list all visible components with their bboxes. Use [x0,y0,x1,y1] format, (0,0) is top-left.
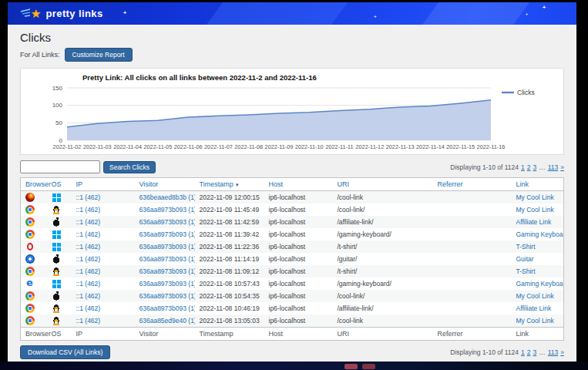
footer-column-header-timestamp[interactable]: Timestamp [195,328,264,341]
page-link-1[interactable]: 1 [521,348,525,356]
pagination-ellipsis: … [539,163,546,171]
column-header-referrer[interactable]: Referrer [433,178,512,191]
ip-link[interactable]: ::1 (462) [76,255,101,263]
svg-text:2022-11-12: 2022-11-12 [355,143,384,150]
click-row: ::1 (462)636aa8973b093 (1)2022-11-08 11:… [21,253,564,265]
chart-title: Pretty Link: All clicks on all links bet… [82,73,557,82]
visitor-link[interactable]: 636aa8973b093 (1) [139,292,195,300]
click-row: ::1 (462)636aa8973b093 (1)2022-11-08 11:… [21,228,564,240]
taskbar-strip [0,362,588,370]
column-header-timestamp[interactable]: Timestamp▼ [195,178,264,191]
pretty-link-name[interactable]: Guitar [516,255,534,263]
pretty-link-name[interactable]: Affiliate Link [516,304,552,312]
page-link-2[interactable]: 2 [527,348,531,356]
pretty-link-name[interactable]: Gaming Keyboard [516,280,564,288]
pretty-link-name[interactable]: My Cool Link [516,206,554,214]
timestamp: 2022-11-08 11:22:36 [200,243,260,251]
visitor-link[interactable]: 636aa8973b093 (1) [139,230,195,238]
ip-link[interactable]: ::1 (462) [76,304,101,312]
chrome-browser-icon [25,316,35,325]
footer-column-header-browser[interactable]: Browser [21,328,47,341]
visitor-link[interactable]: 636aa8973b093 (1) [139,206,195,214]
pretty-link-name[interactable]: My Cool Link [516,193,554,201]
footer-column-header-ip[interactable]: IP [72,328,135,341]
click-row: ::1 (462)636aa8973b093 (1)2022-11-08 11:… [21,265,564,278]
taskbar-item [362,364,375,369]
linux-os-icon [52,267,61,276]
page-link-3[interactable]: 3 [533,163,536,171]
ip-link[interactable]: ::1 (462) [76,230,101,238]
pretty-link-name[interactable]: T-Shirt [516,243,536,251]
footer-column-header-referrer[interactable]: Referrer [433,328,512,341]
search-clicks-button[interactable]: Search Clicks [103,161,156,173]
column-header-ip[interactable]: IP [72,178,135,191]
opera-browser-icon [27,243,33,251]
desktop-background: ★ pretty links + + + + Clicks For All Li… [0,0,588,370]
footer-column-header-link[interactable]: Link [512,328,564,341]
pretty-link-name[interactable]: My Cool Link [516,292,554,300]
visitor-link[interactable]: 636aa8973b093 (1) [139,280,195,288]
next-page-link[interactable]: » [560,348,564,356]
ip-link[interactable]: ::1 (462) [76,243,101,251]
ip-link[interactable]: ::1 (462) [76,317,101,325]
column-header-link[interactable]: Link [512,178,564,191]
footer-column-header-uri[interactable]: URI [333,328,433,341]
timestamp: 2022-11-08 11:14:19 [200,255,260,263]
ip-link[interactable]: ::1 (462) [76,292,101,300]
page-link-1[interactable]: 1 [521,163,525,171]
visitor-link[interactable]: 636aa85ed9e40 (1) [139,317,195,325]
next-page-link[interactable]: » [560,163,564,171]
pretty-link-name[interactable]: Gaming Keyboard [516,230,564,238]
visitor-link[interactable]: 636aa8973b093 (1) [139,304,195,312]
host: ip6-localhost [269,304,306,312]
host: ip6-localhost [269,193,306,201]
displaying-count: Displaying 1-10 of 1124 [450,163,519,171]
column-header-uri[interactable]: URI [333,178,433,191]
host: ip6-localhost [269,230,306,238]
host: ip6-localhost [269,206,306,214]
svg-text:2022-11-16: 2022-11-16 [477,143,506,150]
search-input[interactable] [20,160,100,173]
windows-os-icon [52,280,61,288]
host: ip6-localhost [269,267,306,275]
pretty-link-name[interactable]: T-Shirt [516,267,536,275]
page-link-2[interactable]: 2 [527,163,531,171]
customize-report-button[interactable]: Customize Report [65,48,133,62]
column-header-browser[interactable]: Browser [21,178,47,191]
table-toolbar: Search Clicks Displaying 1-10 of 1124123… [20,160,564,173]
page-link-113[interactable]: 113 [548,348,559,356]
visitor-link[interactable]: 636aa8973b093 (1) [139,267,195,275]
ip-link[interactable]: ::1 (462) [76,206,101,214]
page-title: Clicks [20,31,564,44]
svg-text:2022-11-14: 2022-11-14 [416,143,445,150]
table-bottom-bar: Download CSV (All Links) Displaying 1-10… [20,345,564,359]
page-link-3[interactable]: 3 [533,348,536,356]
svg-text:2022-11-13: 2022-11-13 [386,143,415,150]
visitor-link[interactable]: 636aa8973b093 (1) [139,243,195,251]
column-header-visitor[interactable]: Visitor [135,178,195,191]
visitor-link[interactable]: 636aa8973b093 (1) [139,255,195,263]
for-all-links-label: For All Links: [20,51,60,59]
pretty-link-name[interactable]: My Cool Link [516,317,554,325]
ip-link[interactable]: ::1 (462) [76,280,101,288]
download-csv-button[interactable]: Download CSV (All Links) [20,345,110,359]
pretty-link-name[interactable]: Affiliate Link [516,218,552,226]
click-row: ::1 (462)636aa8973b093 (1)2022-11-08 11:… [21,216,564,228]
clicks-area-chart: 0501001502022-11-022022-11-032022-11-042… [27,82,557,154]
timestamp: 2022-11-09 12:00:15 [200,193,260,201]
table-header: BrowserOSIPVisitorTimestamp▼HostURIRefer… [21,178,564,191]
svg-text:2022-11-08: 2022-11-08 [234,143,263,150]
page-link-113[interactable]: 113 [548,163,559,171]
svg-text:2022-11-10: 2022-11-10 [295,143,324,150]
click-row: ::1 (462)636aa8973b093 (1)2022-11-08 10:… [21,302,564,314]
visitor-link[interactable]: 636beaaed8b3b (1) [139,193,195,201]
chrome-browser-icon [25,205,35,214]
column-header-host[interactable]: Host [264,178,333,191]
footer-column-header-host[interactable]: Host [264,328,333,341]
taskbar-item [344,364,358,369]
ip-link[interactable]: ::1 (462) [76,267,101,275]
ip-link[interactable]: ::1 (462) [76,218,101,226]
visitor-link[interactable]: 636aa8973b093 (1) [139,218,195,226]
footer-column-header-visitor[interactable]: Visitor [135,328,195,341]
ip-link[interactable]: ::1 (462) [76,193,101,201]
